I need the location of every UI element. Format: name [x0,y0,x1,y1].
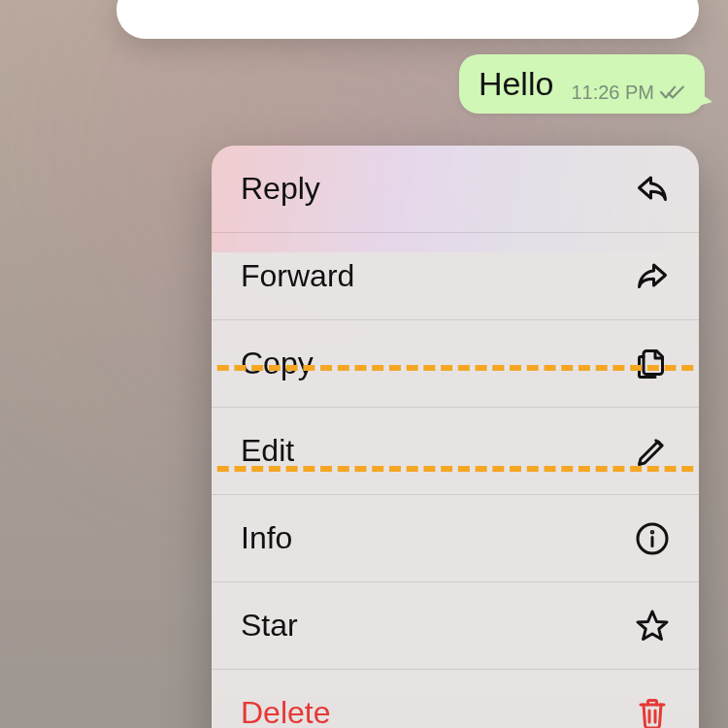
menu-label: Info [241,520,292,556]
message-text: Hello [479,64,553,104]
menu-label: Star [241,608,298,644]
menu-label: Delete [241,695,331,728]
menu-label: Forward [241,258,354,294]
sent-message-bubble[interactable]: Hello 11:26 PM [459,54,705,114]
menu-item-forward[interactable]: Forward [212,233,699,320]
read-ticks-icon [660,84,685,100]
message-context-menu: Reply Forward Copy Edit [212,146,699,728]
menu-item-copy[interactable]: Copy [212,320,699,408]
copy-icon [635,347,670,381]
svg-marker-3 [638,612,667,640]
menu-item-star[interactable]: Star [212,582,699,670]
svg-point-2 [651,531,653,533]
menu-label: Copy [241,346,314,381]
menu-item-reply[interactable]: Reply [212,146,699,233]
menu-label: Edit [241,433,294,469]
reply-icon [635,172,670,207]
reaction-bar[interactable] [116,0,699,39]
info-icon [635,521,670,556]
menu-item-info[interactable]: Info [212,495,699,582]
menu-item-delete[interactable]: Delete [212,670,699,728]
menu-item-edit[interactable]: Edit [212,408,699,495]
message-time: 11:26 PM [571,82,654,104]
menu-label: Reply [241,171,320,207]
edit-icon [635,434,670,469]
forward-icon [635,259,670,294]
message-meta: 11:26 PM [571,82,685,104]
star-icon [635,609,670,644]
delete-icon [635,696,670,729]
